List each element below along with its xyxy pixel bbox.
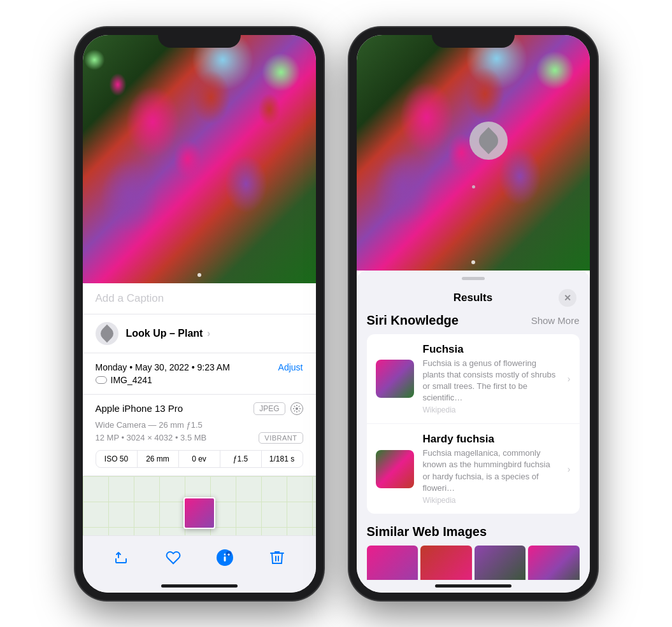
device-row: Apple iPhone 13 Pro JPEG: [96, 402, 303, 415]
filename-text: IMG_4241: [111, 375, 152, 385]
chevron-right-icon: ›: [207, 328, 210, 339]
caption-input[interactable]: Add a Caption: [83, 283, 316, 314]
results-header: Results ✕: [357, 280, 590, 313]
similar-image-4[interactable]: [528, 546, 580, 580]
exif-row: ISO 50 26 mm 0 ev ƒ1.5 1/181 s: [96, 450, 303, 468]
home-bar-1: [83, 580, 316, 593]
screen-2: Results ✕ Siri Knowledge Show More: [357, 35, 590, 593]
mp-text: 12 MP • 3024 × 4032 • 3.5 MB: [96, 433, 207, 442]
exif-focal: 26 mm: [138, 451, 179, 467]
chevron-right-icon-fuchsia: ›: [568, 374, 571, 384]
bottom-toolbar: ✦: [83, 535, 316, 580]
flower-overlay: [83, 35, 316, 283]
format-badge: JPEG: [254, 402, 285, 415]
results-panel[interactable]: Results ✕ Siri Knowledge Show More: [357, 271, 590, 580]
knowledge-card: Fuchsia Fuchsia is a genus of flowering …: [367, 334, 580, 514]
device-section: Apple iPhone 13 Pro JPEG Wide Camera — 2…: [83, 395, 316, 476]
section-header: Siri Knowledge Show More: [367, 313, 580, 328]
lookup-icon-circle: [96, 322, 118, 345]
close-button[interactable]: ✕: [559, 289, 576, 307]
home-bar-2: [357, 580, 590, 593]
mp-row: 12 MP • 3024 × 4032 • 3.5 MB VIBRANT: [96, 432, 303, 444]
flower-photo-2[interactable]: [357, 35, 590, 271]
phone-2: Results ✕ Siri Knowledge Show More: [349, 27, 597, 600]
delete-button[interactable]: [263, 544, 291, 572]
knowledge-item-fuchsia[interactable]: Fuchsia Fuchsia is a genus of flowering …: [367, 334, 580, 425]
phone-1: Add a Caption Look Up – Plant › Monday •…: [75, 27, 324, 600]
hardy-thumbnail: [376, 450, 414, 488]
svg-text:✦: ✦: [227, 553, 231, 557]
date-row: Monday • May 30, 2022 • 9:23 AM Adjust: [96, 362, 303, 372]
hardy-desc: Fuchsia magellanica, commonly known as t…: [423, 447, 559, 494]
lookup-row[interactable]: Look Up – Plant ›: [83, 314, 316, 353]
exif-ev: 0 ev: [179, 451, 220, 467]
home-indicator-1: [161, 584, 238, 588]
gear-icon[interactable]: [290, 402, 303, 415]
page-dot-indicator: [197, 273, 201, 277]
chevron-right-icon-hardy: ›: [568, 464, 571, 474]
filename-row: IMG_4241: [96, 375, 303, 385]
map-photo-thumbnail: [183, 497, 215, 529]
siri-leaf-icon: [475, 127, 501, 154]
leaf-icon: [97, 324, 115, 342]
camera-specs: Wide Camera — 26 mm ƒ1.5: [96, 420, 303, 430]
fuchsia-thumb-image: [376, 360, 414, 398]
hardy-thumb-image: [376, 450, 414, 488]
similar-image-2[interactable]: [420, 546, 472, 580]
flower-photo[interactable]: [83, 35, 316, 283]
adjust-button[interactable]: Adjust: [278, 362, 303, 372]
phone-notch-1: [158, 27, 241, 48]
siri-badge-dot: [472, 185, 475, 188]
screen-1: Add a Caption Look Up – Plant › Monday •…: [83, 35, 316, 593]
fuchsia-thumbnail: [376, 360, 414, 398]
show-more-button[interactable]: Show More: [531, 315, 580, 326]
fuchsia-content: Fuchsia Fuchsia is a genus of flowering …: [423, 343, 559, 415]
date-text: Monday • May 30, 2022 • 9:23 AM: [96, 362, 230, 372]
vibrant-badge: VIBRANT: [259, 432, 303, 444]
exif-iso: ISO 50: [96, 451, 138, 467]
phone-notch-2: [432, 27, 515, 48]
siri-visual-lookup-badge[interactable]: [469, 122, 508, 160]
hardy-source: Wikipedia: [423, 496, 559, 505]
info-button[interactable]: ✦: [211, 544, 239, 572]
svg-point-0: [296, 407, 298, 410]
home-indicator-2: [435, 584, 511, 588]
exif-aperture: ƒ1.5: [220, 451, 262, 467]
similar-image-1[interactable]: [367, 546, 418, 580]
siri-knowledge-section: Siri Knowledge Show More Fuchsia Fuchsia…: [357, 313, 590, 514]
similar-web-title: Similar Web Images: [367, 525, 487, 539]
hardy-name: Hardy fuchsia: [423, 433, 559, 446]
lookup-screen: Results ✕ Siri Knowledge Show More: [357, 35, 590, 593]
fuchsia-name: Fuchsia: [423, 343, 559, 356]
svg-rect-3: [224, 556, 226, 561]
info-section: Monday • May 30, 2022 • 9:23 AM Adjust I…: [83, 353, 316, 395]
map-section[interactable]: [83, 476, 316, 535]
device-name: Apple iPhone 13 Pro: [96, 403, 183, 414]
favorite-button[interactable]: [159, 544, 187, 572]
cloud-icon: [96, 376, 107, 384]
fuchsia-source: Wikipedia: [423, 405, 559, 414]
page-dot-indicator-2: [471, 260, 475, 264]
similar-images-row: [367, 546, 580, 580]
exif-shutter: 1/181 s: [262, 451, 303, 467]
similar-section: Similar Web Images: [357, 514, 590, 580]
hardy-content: Hardy fuchsia Fuchsia magellanica, commo…: [423, 433, 559, 505]
results-title: Results: [454, 292, 492, 304]
knowledge-item-hardy[interactable]: Hardy fuchsia Fuchsia magellanica, commo…: [367, 424, 580, 514]
device-badges: JPEG: [254, 402, 303, 415]
similar-image-3[interactable]: [475, 546, 526, 580]
siri-knowledge-title: Siri Knowledge: [367, 313, 459, 328]
lookup-text: Look Up – Plant ›: [126, 328, 211, 339]
photo-screen: Add a Caption Look Up – Plant › Monday •…: [83, 35, 316, 593]
fuchsia-desc: Fuchsia is a genus of flowering plants t…: [423, 358, 559, 404]
share-button[interactable]: [107, 544, 135, 572]
